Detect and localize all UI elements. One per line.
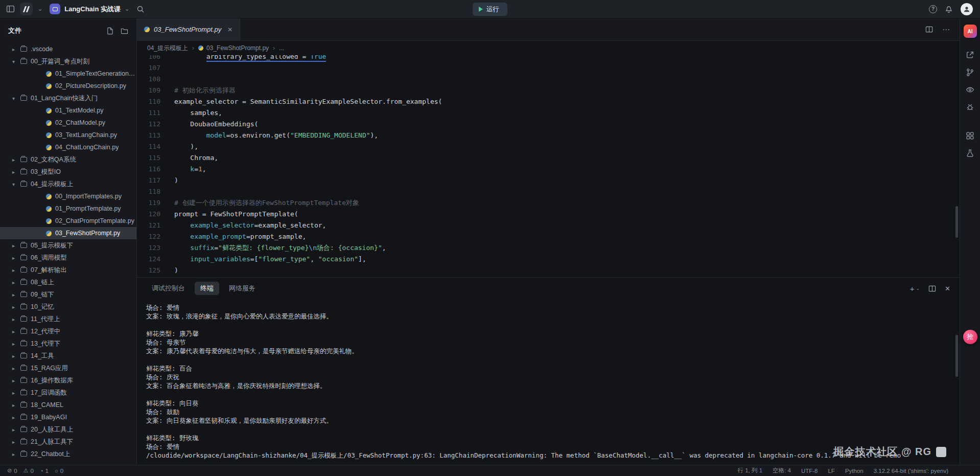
app-logo-icon[interactable] — [20, 3, 33, 15]
eye-icon[interactable] — [961, 81, 980, 98]
status-count[interactable]: ⚠0 — [24, 467, 34, 474]
status-count[interactable]: ○0 — [55, 468, 63, 474]
split-editor-icon[interactable] — [925, 26, 933, 33]
close-icon[interactable]: ✕ — [227, 26, 232, 33]
code-editor[interactable]: 106 arbitrary_types_allowed = True107108… — [137, 55, 960, 277]
tree-folder[interactable]: ▸.vscode — [0, 43, 136, 55]
status-item[interactable]: Python — [845, 467, 864, 474]
tree-file[interactable]: 00_ImportTemplates.py — [0, 190, 136, 202]
tree-folder[interactable]: ▸17_回调函数 — [0, 387, 136, 399]
chevron-down-icon: ⌄ — [916, 286, 920, 291]
terminal-scrollbar[interactable] — [955, 335, 958, 377]
bell-icon[interactable] — [945, 5, 953, 13]
tree-folder[interactable]: ▸14_工具 — [0, 350, 136, 362]
help-icon[interactable]: ? — [929, 5, 937, 13]
flask-icon[interactable] — [961, 144, 980, 162]
code-line-content: DoubaoEmbeddings( — [174, 119, 258, 130]
new-folder-icon[interactable] — [121, 27, 128, 35]
tree-folder[interactable]: ▾04_提示模板上 — [0, 178, 136, 190]
tree-folder[interactable]: ▸15_RAG应用 — [0, 362, 136, 374]
panel-tab-network[interactable]: 网络服务 — [223, 282, 261, 295]
new-file-icon[interactable] — [106, 27, 114, 35]
panel-tab-terminal[interactable]: 终端 — [195, 282, 219, 295]
code-token — [174, 131, 206, 139]
breadcrumb-item[interactable]: ... — [279, 44, 284, 52]
tree-folder[interactable]: ▸11_代理上 — [0, 313, 136, 325]
code-line: 108 — [137, 74, 960, 85]
avatar[interactable] — [961, 3, 973, 15]
tree-folder[interactable]: ▾01_LangChain快速入门 — [0, 92, 136, 104]
tree-folder[interactable]: ▸13_代理下 — [0, 337, 136, 350]
grid-icon[interactable] — [961, 127, 980, 144]
bug-icon[interactable] — [961, 98, 980, 116]
tree-folder[interactable]: ▸22_Chatbot上 — [0, 448, 136, 460]
chevron-right-icon: ▸ — [12, 427, 20, 433]
code-line: 113 model=os.environ.get("EMBEDDING_MODE… — [137, 130, 960, 141]
tree-file[interactable]: 03_TextLangChain.py — [0, 129, 136, 141]
status-count[interactable]: ◔1 — [40, 468, 49, 474]
tree-file[interactable]: 04_ChatLongChain.py — [0, 141, 136, 153]
tree-folder[interactable]: ▸08_链上 — [0, 276, 136, 288]
tree-item-label: 22_Chatbot上 — [31, 450, 70, 459]
status-item[interactable]: LF — [828, 467, 834, 474]
code-line: 125) — [137, 265, 960, 276]
tree-folder[interactable]: ▸20_人脉工具上 — [0, 423, 136, 436]
tree-file[interactable]: 02_PictureDescription.py — [0, 80, 136, 92]
tree-file[interactable]: 01_SimpleTextGeneration.py — [0, 67, 136, 80]
tree-file[interactable]: 03_FewShotPrompt.py — [0, 227, 136, 239]
tree-folder[interactable]: ▸09_链下 — [0, 288, 136, 301]
tree-file[interactable]: 01_TextModel.py — [0, 104, 136, 117]
code-line-content: example_selector = SemanticSimilarityExa… — [174, 96, 442, 107]
status-item[interactable]: 3.12.2 64-bit ('shims': pyenv) — [874, 467, 948, 474]
git-branch-icon[interactable] — [961, 63, 980, 81]
tree-folder[interactable]: ▸03_模型IO — [0, 166, 136, 178]
workspace-switcher[interactable]: LangChain 实战课 ⌄ — [48, 4, 131, 14]
chevron-down-icon[interactable]: ⌄ — [38, 6, 42, 12]
run-button[interactable]: 运行 — [473, 3, 507, 16]
search-icon[interactable] — [136, 5, 145, 13]
tree-folder[interactable]: ▸10_记忆 — [0, 301, 136, 313]
more-actions-icon[interactable]: ⋯ — [942, 25, 950, 34]
panel-tab-debug-console[interactable]: 调试控制台 — [146, 282, 191, 295]
editor-scrollbar[interactable] — [955, 206, 958, 238]
tree-item-label: .vscode — [31, 46, 53, 53]
status-count[interactable]: ⊘0 — [7, 467, 17, 474]
line-number: 114 — [137, 141, 160, 152]
code-line: 111 samples, — [137, 107, 960, 119]
breadcrumb-item[interactable]: 03_FewShotPrompt.py — [206, 44, 269, 52]
breadcrumb-item[interactable]: 04_提示模板上 — [147, 44, 188, 53]
code-token: , — [202, 165, 206, 173]
tree-item-label: 21_人脉工具下 — [31, 438, 73, 446]
tree-folder[interactable]: ▾00_开篇词_奇点时刻 — [0, 55, 136, 67]
line-number: 107 — [137, 62, 160, 74]
tree-folder[interactable]: ▸16_操作数据库 — [0, 374, 136, 387]
code-token: ), — [174, 143, 198, 150]
tree-item-label: 02_PictureDescription.py — [55, 82, 126, 89]
line-number: 110 — [137, 96, 160, 107]
editor-tab[interactable]: 03_FewShotPrompt.py ✕ — [137, 18, 240, 40]
tree-folder[interactable]: ▸19_BabyAGI — [0, 411, 136, 423]
terminal-output[interactable]: 场合: 爱情文案: 玫瑰，浪漫的象征，是你向心爱的人表达爱意的最佳选择。 鲜花类… — [137, 299, 960, 465]
status-item[interactable]: 空格: 4 — [773, 467, 791, 474]
tree-folder[interactable]: ▸07_解析输出 — [0, 264, 136, 276]
tree-folder[interactable]: ▸06_调用模型 — [0, 252, 136, 264]
tree-folder[interactable]: ▸21_人脉工具下 — [0, 436, 136, 448]
tree-item-label: 15_RAG应用 — [31, 364, 68, 373]
tree-folder[interactable]: ▸05_提示模板下 — [0, 239, 136, 252]
new-terminal-button[interactable]: + ⌄ — [910, 284, 920, 293]
tree-folder[interactable]: ▸02_文档QA系统 — [0, 153, 136, 166]
ai-assistant-icon[interactable]: AI — [964, 25, 977, 38]
tree-file[interactable]: 02_ChatPromptTemplate.py — [0, 215, 136, 227]
tree-folder[interactable]: ▸18_CAMEL — [0, 399, 136, 411]
tree-folder[interactable]: ▸12_代理中 — [0, 325, 136, 337]
status-item[interactable]: 行 1, 列 1 — [738, 467, 763, 474]
tree-file[interactable]: 01_PromptTemplate.py — [0, 202, 136, 215]
tree-item-label: 01_SimpleTextGeneration.py — [55, 70, 136, 77]
close-panel-icon[interactable]: ✕ — [945, 285, 950, 292]
layout-toggle-icon[interactable] — [6, 5, 15, 13]
promo-badge[interactable]: 抢 — [963, 330, 977, 344]
share-icon[interactable] — [961, 46, 980, 63]
tree-file[interactable]: 02_ChatModel.py — [0, 117, 136, 129]
status-item[interactable]: UTF-8 — [801, 467, 818, 474]
split-panel-icon[interactable] — [928, 285, 936, 292]
